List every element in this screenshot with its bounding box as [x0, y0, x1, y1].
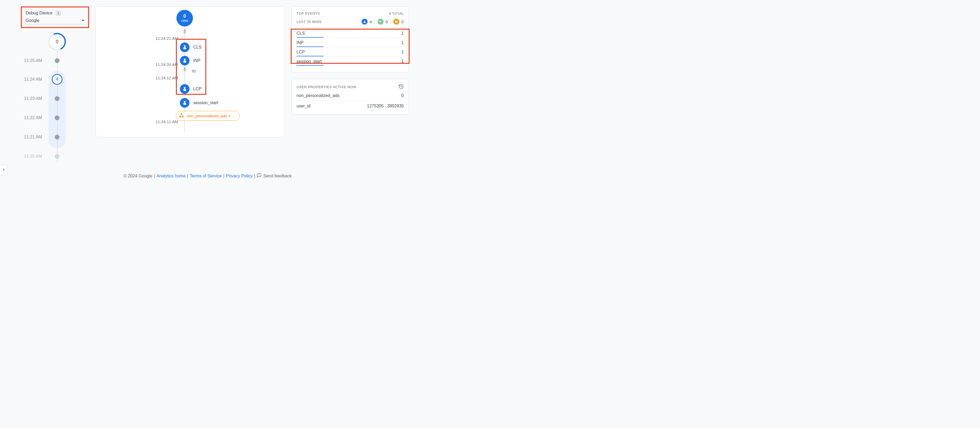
- minute-dot: [55, 96, 59, 101]
- event-name: session_start: [296, 59, 321, 64]
- stream-nub: [184, 67, 186, 71]
- minute-time-label: 11:23 AM: [6, 96, 46, 101]
- error-icon: [393, 19, 399, 25]
- minute-time-label: 11:20 AM: [6, 154, 46, 159]
- flag-icon: [378, 19, 383, 25]
- top-events-subtitle: LAST 30 MINS: [296, 20, 321, 24]
- user-property-chip[interactable]: non_personalized_ads = …: [176, 111, 240, 121]
- minute-row[interactable]: 11:20 AM: [6, 151, 89, 161]
- error-count: 0: [401, 19, 404, 24]
- minute-row[interactable]: 11:22 AM: [6, 112, 89, 123]
- debug-device-selected-value: Google: [25, 18, 40, 23]
- stream-event-label: session_start: [193, 101, 218, 105]
- stream-event-label: LCP: [193, 86, 202, 91]
- top-events-total: 4 TOTAL: [389, 11, 404, 16]
- minute-row[interactable]: 11:21 AM: [6, 132, 89, 142]
- user-property-value: 1275305...3802935: [367, 104, 404, 109]
- stream-event-label: INP: [193, 58, 200, 63]
- minute-dot-selected: 4: [52, 74, 62, 85]
- minute-selected-count: 4: [56, 77, 58, 82]
- debug-device-select[interactable]: Google: [25, 18, 84, 24]
- svg-point-0: [180, 116, 181, 117]
- svg-rect-1: [182, 116, 183, 117]
- event-bar: [296, 65, 323, 66]
- stream-event-row[interactable]: session_start: [180, 98, 218, 108]
- minute-dot: [55, 154, 59, 159]
- minute-dot: [55, 135, 59, 139]
- send-feedback-button[interactable]: Send feedback: [257, 173, 292, 179]
- minute-row[interactable]: 11:24 AM 4: [6, 74, 89, 85]
- user-property-name: user_id: [296, 104, 310, 109]
- shapes-icon: [179, 113, 184, 119]
- event-name: LCP: [296, 50, 305, 54]
- minute-time-label: 11:25 AM: [6, 58, 46, 63]
- debug-device-panel: Debug Device 1 Google: [21, 6, 89, 28]
- user-property-value: 0: [401, 93, 404, 98]
- stream-event-row[interactable]: INP: [180, 56, 200, 65]
- chevron-right-icon: [2, 168, 6, 172]
- minute-time-label: 11:22 AM: [6, 115, 46, 120]
- stream-gap-label: 8s: [192, 69, 196, 73]
- minute-dot: [55, 58, 59, 63]
- footer-link-privacy[interactable]: Privacy Policy: [226, 174, 253, 179]
- stream-nub: [184, 29, 186, 34]
- top-events-card: TOP EVENTS 4 TOTAL LAST 30 MINS 4 |: [291, 6, 409, 72]
- user-property-name: non_personalized_ads: [296, 93, 339, 98]
- stream-timestamp: 11:24:21 AM: [146, 36, 178, 41]
- chevron-down-icon: [82, 20, 84, 21]
- event-stream-card: 0 new 11:24:21 AM CLS INP: [95, 6, 285, 137]
- top-events-row[interactable]: CLS 1: [296, 28, 404, 38]
- interaction-count: 4: [370, 19, 372, 24]
- touch-icon: [180, 43, 189, 52]
- event-name: INP: [296, 40, 304, 45]
- minute-dot: [55, 115, 59, 120]
- stream-timestamp: 11:24:12 AM: [146, 76, 178, 80]
- user-property-row[interactable]: user_id 1275305...3802935: [296, 101, 404, 110]
- user-properties-card: USER PROPERTIES ACTIVE NOW non_personali…: [291, 79, 409, 115]
- footer-copyright: © 2024 Google: [124, 174, 153, 179]
- footer: © 2024 Google | Analytics home | Terms o…: [0, 169, 415, 183]
- stream-timestamp: 11:24:20 AM: [146, 62, 178, 67]
- minute-live-count: 0: [56, 39, 59, 45]
- debug-device-label: Debug Device: [25, 11, 52, 16]
- stream-event-row[interactable]: LCP: [180, 84, 202, 94]
- top-events-row[interactable]: INP 1: [296, 38, 404, 47]
- touch-icon: [180, 98, 189, 108]
- minute-time-label: 11:24 AM: [6, 77, 46, 82]
- minute-time-label: 11:21 AM: [6, 135, 46, 139]
- event-count: 1: [401, 40, 404, 45]
- top-events-title: TOP EVENTS: [296, 11, 320, 16]
- history-icon[interactable]: [398, 84, 404, 90]
- stream-event-row[interactable]: CLS: [180, 43, 202, 52]
- touch-icon: [180, 84, 189, 94]
- event-type-counts: 4 | 0 | 0: [362, 19, 404, 25]
- flag-count: 0: [386, 19, 388, 24]
- touch-icon: [362, 19, 368, 25]
- minute-row[interactable]: 11:25 AM: [6, 55, 89, 66]
- right-column: TOP EVENTS 4 TOTAL LAST 30 MINS 4 |: [291, 6, 409, 115]
- footer-link-analytics-home[interactable]: Analytics home: [157, 174, 186, 179]
- stream-new-badge[interactable]: 0 new: [177, 10, 193, 26]
- stream-timestamp: 11:24:11 AM: [146, 120, 178, 124]
- stream-new-label: new: [181, 18, 188, 23]
- minute-row[interactable]: 11:23 AM: [6, 93, 89, 104]
- touch-icon: [180, 56, 189, 65]
- top-events-row[interactable]: session_start 1: [296, 56, 404, 66]
- user-properties-title: USER PROPERTIES ACTIVE NOW: [296, 85, 356, 89]
- event-count: 1: [401, 50, 404, 54]
- footer-link-terms[interactable]: Terms of Service: [190, 174, 221, 179]
- event-name: CLS: [296, 31, 305, 36]
- left-column: Debug Device 1 Google 0 11:25 AM: [6, 6, 89, 161]
- debug-device-count-badge: 1: [55, 10, 62, 16]
- send-feedback-label: Send feedback: [263, 174, 292, 179]
- stream-new-count: 0: [183, 14, 186, 18]
- minute-live-circle[interactable]: 0: [49, 34, 65, 50]
- user-property-chip-label: non_personalized_ads = …: [187, 113, 235, 118]
- top-events-table: CLS 1 INP 1 LCP 1 sessi: [296, 28, 404, 66]
- minute-timeline: 0 11:25 AM 11:24 AM 4 11:23 AM: [6, 34, 89, 161]
- user-property-row[interactable]: non_personalized_ads 0: [296, 90, 404, 101]
- expand-sidebar-button[interactable]: [0, 164, 8, 175]
- event-count: 1: [401, 59, 404, 64]
- top-events-row[interactable]: LCP 1: [296, 47, 404, 56]
- feedback-icon: [257, 173, 261, 179]
